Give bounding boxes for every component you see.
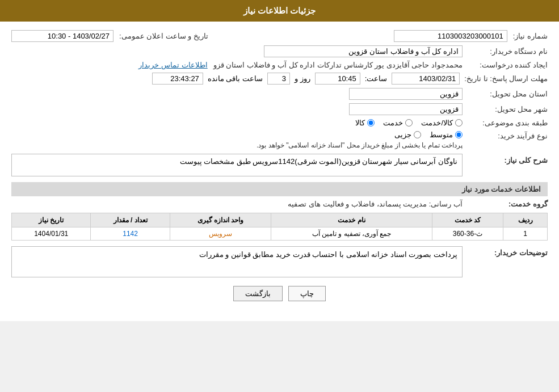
deadline-remaining-label: ساعت باقی مانده [208, 74, 263, 83]
deadline-label: مهلت ارسال پاسخ: تا تاریخ: [464, 74, 548, 83]
city-label: شهر محل تحویل: [468, 105, 548, 113]
deadline-date: 1403/02/31 [392, 73, 460, 85]
buttons-row: چاپ بازگشت [11, 286, 548, 313]
col-unit: واحد اندازه گیری [170, 213, 271, 227]
city-value: قزوین [349, 103, 463, 115]
purchase-type-radio-group: متوسط جزیی [257, 130, 463, 139]
back-button[interactable]: بازگشت [233, 286, 283, 301]
deadline-days: 3 [267, 73, 290, 85]
print-button[interactable]: چاپ [288, 286, 326, 301]
need-number-label: شماره نیاز: [513, 32, 548, 40]
buyer-notes-value: پرداخت بصورت اسناد خزانه اسلامی با احتسا… [11, 246, 463, 277]
province-value: قزوین [349, 88, 463, 100]
needs-desc-value: ناوگان آبرسانی سیار شهرستان قزوین(الموت … [11, 154, 463, 176]
purchase-type-medium[interactable]: متوسط [430, 130, 463, 139]
col-date: تاریخ نیاز [12, 213, 91, 227]
table-row: 1 ث-36-360 جمع آوری، تصفیه و تامین آب سر… [12, 227, 548, 241]
deadline-remaining: 23:43:27 [152, 73, 203, 85]
purchase-note: پرداخت تمام یا بخشی از مبلغ خریداز محل "… [257, 141, 463, 149]
cell-service-name: جمع آوری، تصفیه و تامین آب [271, 227, 432, 241]
date-value: 1403/02/27 - 10:30 [11, 30, 114, 42]
category-option-service[interactable]: خدمت [383, 119, 413, 127]
cell-unit: سرویس [170, 227, 271, 241]
buyer-org-value: اداره کل آب و فاضلاب استان قزوین [264, 45, 463, 57]
creator-label: ایجاد کننده درخواست: [468, 61, 548, 69]
category-radio-group: کالا/خدمت خدمت کالا [355, 119, 463, 127]
province-label: استان محل تحویل: [468, 90, 548, 98]
category-label: طبقه بندی موضوعی: [468, 119, 548, 127]
col-quantity: تعداد / مقدار [91, 213, 170, 227]
buyer-notes-label: توضیحات خریدار: [468, 246, 548, 257]
services-table: ردیف کد خدمت نام خدمت واحد اندازه گیری ت… [11, 213, 548, 241]
cell-quantity: 1142 [91, 227, 170, 241]
need-number-value: 1103003203000101 [394, 30, 507, 42]
col-service-code: کد خدمت [432, 213, 503, 227]
date-label: تاریخ و ساعت اعلان عمومی: [119, 32, 208, 40]
needs-desc-label: شرح کلی نیاز: [468, 154, 548, 165]
deadline-time-label: ساعت: [365, 74, 388, 83]
category-option-goods[interactable]: کالا [355, 119, 375, 127]
col-service-name: نام خدمت [271, 213, 432, 227]
cell-row-num: 1 [503, 227, 548, 241]
page-title: جزئیات اطلاعات نیاز [243, 6, 316, 15]
cell-date: 1404/01/31 [12, 227, 91, 241]
group-value: آب رسانی: مدیریت پسماند، فاضلاب و فعالیت… [288, 200, 463, 208]
purchase-type-partial[interactable]: جزیی [394, 130, 421, 139]
col-row-num: ردیف [503, 213, 548, 227]
category-option-goods-service[interactable]: کالا/خدمت [421, 119, 463, 127]
services-section-title: اطلاعات خدمات مورد نیاز [11, 182, 548, 196]
contact-link[interactable]: اطلاعات تماس خریدار [138, 61, 207, 69]
deadline-days-label: روز و [295, 74, 310, 83]
purchase-type-label: نوع فرآیند خرید: [468, 130, 548, 140]
cell-service-code: ث-36-360 [432, 227, 503, 241]
group-label: گروه خدمت: [468, 200, 548, 208]
page-header: جزئیات اطلاعات نیاز [0, 0, 559, 22]
deadline-time: 10:45 [315, 73, 360, 85]
creator-value: محمدجواد حاجی آقایزدی یور کارشناس تدارکا… [213, 61, 463, 69]
buyer-org-label: نام دستگاه خریدار: [468, 47, 548, 56]
